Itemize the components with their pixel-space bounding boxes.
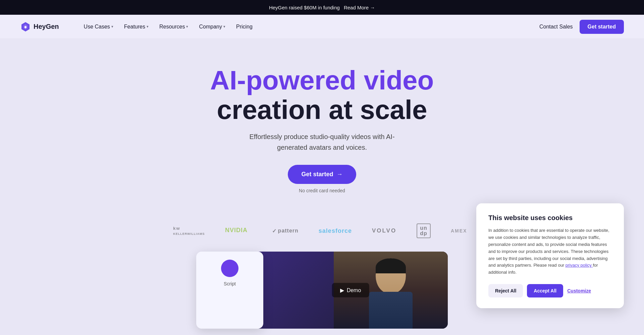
cookie-buttons: Reject All Accept All Customize bbox=[488, 284, 612, 297]
logo-kw: kwKELLERWILLIAMS bbox=[173, 226, 205, 236]
svg-text:NVIDIA: NVIDIA bbox=[225, 227, 248, 233]
accept-all-button[interactable]: Accept All bbox=[527, 284, 563, 297]
nav-label-resources: Resources bbox=[159, 24, 185, 30]
chevron-down-icon: ▾ bbox=[147, 24, 149, 29]
nav-label-features: Features bbox=[124, 24, 145, 30]
script-label: Script bbox=[204, 281, 255, 286]
nav-item-features[interactable]: Features ▾ bbox=[119, 21, 153, 32]
chevron-down-icon: ▾ bbox=[111, 24, 113, 29]
chevron-down-icon: ▾ bbox=[186, 24, 188, 29]
nav-links: Use Cases ▾ Features ▾ Resources ▾ Compa… bbox=[79, 21, 539, 32]
logo-pattern: ✓ pattern bbox=[272, 228, 299, 234]
avatar-body bbox=[369, 292, 413, 329]
hero-cta-label: Get started bbox=[301, 171, 333, 178]
logo-link[interactable]: HeyGen bbox=[20, 21, 59, 32]
get-started-nav-button[interactable]: Get started bbox=[580, 20, 624, 34]
nav-item-resources[interactable]: Resources ▾ bbox=[155, 21, 193, 32]
logo-volvo: VOLVO bbox=[372, 227, 396, 234]
nav-item-pricing[interactable]: Pricing bbox=[231, 21, 257, 32]
hero-headline-gradient: AI-powered video bbox=[210, 65, 434, 95]
customize-button[interactable]: Customize bbox=[567, 288, 591, 293]
contact-sales-label: Contact Sales bbox=[539, 24, 573, 29]
script-avatar bbox=[221, 260, 238, 277]
nav-item-company[interactable]: Company ▾ bbox=[194, 21, 230, 32]
banner-text: HeyGen raised $60M in funding bbox=[269, 5, 340, 10]
cookie-title: This website uses cookies bbox=[488, 214, 612, 222]
avatar-hair bbox=[376, 258, 406, 273]
demo-video-container: ▶ Demo bbox=[253, 252, 448, 329]
nav-label-use-cases: Use Cases bbox=[84, 24, 110, 30]
heygen-logo-icon bbox=[20, 21, 31, 32]
nav-item-use-cases[interactable]: Use Cases ▾ bbox=[79, 21, 118, 32]
privacy-policy-link[interactable]: privacy policy bbox=[566, 263, 593, 268]
nav-right: Contact Sales Get started bbox=[539, 20, 624, 34]
script-card: Script bbox=[196, 252, 263, 329]
banner-read-more-link[interactable]: Read More → bbox=[344, 5, 375, 10]
no-credit-text: No credit card needed bbox=[7, 188, 637, 193]
hero-section: AI-powered video creation at scale Effor… bbox=[0, 39, 644, 207]
hero-headline-dark: creation at scale bbox=[217, 95, 427, 125]
logo-amex: AMEX bbox=[451, 226, 471, 236]
nav-label-pricing: Pricing bbox=[236, 24, 253, 30]
logo-nvidia: NVIDIA bbox=[225, 226, 252, 236]
hero-headline: AI-powered video creation at scale bbox=[7, 66, 637, 125]
announcement-banner: HeyGen raised $60M in funding Read More … bbox=[0, 0, 644, 15]
cookie-body: In addition to cookies that are essentia… bbox=[488, 227, 612, 276]
chevron-down-icon: ▾ bbox=[223, 24, 225, 29]
banner-arrow: → bbox=[370, 5, 375, 10]
navbar: HeyGen Use Cases ▾ Features ▾ Resources … bbox=[0, 15, 644, 39]
cookie-body-text: In addition to cookies that are essentia… bbox=[488, 228, 609, 268]
nav-label-company: Company bbox=[199, 24, 222, 30]
reject-all-button[interactable]: Reject All bbox=[488, 284, 523, 297]
demo-play-button[interactable]: ▶ Demo bbox=[332, 283, 369, 297]
demo-label: Demo bbox=[347, 287, 361, 293]
logo-salesforce: salesforce bbox=[319, 227, 352, 234]
hero-subtitle: Effortlessly produce studio-quality vide… bbox=[235, 131, 409, 153]
get-started-hero-button[interactable]: Get started → bbox=[288, 165, 356, 184]
svg-text:AMEX: AMEX bbox=[451, 228, 467, 233]
logo-text: HeyGen bbox=[34, 23, 59, 30]
banner-link-label: Read More bbox=[344, 5, 369, 10]
contact-sales-link[interactable]: Contact Sales bbox=[539, 24, 573, 30]
play-icon: ▶ bbox=[340, 287, 344, 293]
logo-undp: un dp bbox=[417, 223, 431, 238]
hero-cta-arrow: → bbox=[337, 171, 343, 178]
cookie-banner: This website uses cookies In addition to… bbox=[476, 203, 624, 308]
